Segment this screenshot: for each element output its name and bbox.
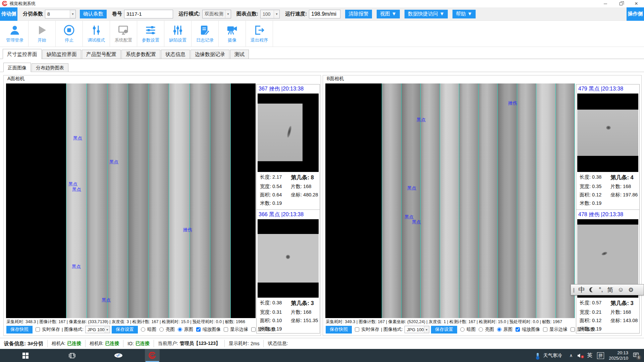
status-bar: 设备信息:3#分切 相机A:已连接 相机B:已连接 IO:已连接 当前用户:管理… (0, 338, 644, 349)
view-menu-button[interactable]: 视图 ▼ (377, 10, 400, 18)
ime-punctuation-icon[interactable]: °, (599, 286, 603, 293)
capture-button[interactable]: 摄像 (219, 21, 246, 47)
run-mode-select[interactable]: 双面检测 ▾ (202, 10, 231, 18)
zoom-image-checkbox[interactable] (516, 327, 520, 332)
clock-time: 20:13 (617, 350, 628, 355)
save-settings-button[interactable]: 保存设置 (431, 326, 457, 334)
ime-emoji-icon[interactable]: ☺ (618, 286, 624, 293)
close-button[interactable]: × (629, 0, 644, 7)
debug-mode-button[interactable]: 调试模式 (83, 21, 110, 47)
confirm-count-button[interactable]: 确认条数 (80, 10, 107, 18)
clear-alarm-button[interactable]: 清除报警 (345, 10, 372, 18)
admin-login-button[interactable]: 管理登录 (1, 21, 29, 47)
vision-app-taskbar-button[interactable] (145, 349, 160, 362)
system-config-button[interactable]: 系统配置 (110, 21, 137, 47)
ime-settings-gear-icon[interactable]: ⚙ (628, 286, 634, 294)
operator-side-button[interactable]: 操作侧 (627, 7, 644, 21)
slit-count-select[interactable]: 8 ▾ (45, 10, 76, 18)
bright-image-radio[interactable] (159, 327, 164, 332)
strip (440, 83, 459, 318)
clock[interactable]: 20:13 2025/2/10 (609, 350, 628, 361)
parameter-settings-button[interactable]: 参数设置 (137, 21, 164, 47)
defect-thumbnail (577, 94, 638, 172)
roll-number-input[interactable] (124, 10, 173, 18)
ime-simplified-icon[interactable]: 简 (607, 286, 613, 294)
play-icon (36, 24, 48, 36)
realtime-save-checkbox[interactable] (355, 327, 359, 332)
dark-image-radio[interactable] (460, 327, 465, 332)
tab-status-info[interactable]: 状态信息 (161, 50, 190, 59)
ime-language-bar[interactable]: || 中 °, 简 ☺ ⚙ (571, 284, 644, 295)
exit-program-button[interactable]: 退出程序 (246, 21, 273, 47)
stop-button[interactable]: 停止 (56, 21, 83, 47)
ime-fullwidth-moon-icon[interactable] (589, 287, 594, 292)
original-image-radio[interactable] (497, 327, 501, 332)
thermometer-icon[interactable] (537, 353, 539, 358)
defect-settings-button[interactable]: 缺陷设置 (164, 21, 192, 47)
defect-card[interactable]: 479 黑点 |20:13:38 长度: 0.38 第几条: 4 宽度: 0.3… (576, 84, 639, 208)
realtime-save-checkbox[interactable] (36, 327, 40, 332)
ribbon-label: 缺陷设置 (169, 37, 186, 43)
data-quick-access-button[interactable]: 数据快捷访问 ▼ (405, 10, 448, 18)
show-edge-checkbox[interactable] (543, 327, 547, 332)
show-edge-checkbox[interactable] (224, 327, 228, 332)
chart-points-select[interactable]: 100 ▾ (260, 10, 280, 18)
snipping-tool-button[interactable]: ✂ (111, 349, 126, 362)
strip (517, 83, 536, 318)
volume-muted-icon[interactable]: × (577, 353, 582, 358)
strip (148, 83, 169, 318)
defect-card[interactable]: 366 黑点 |20:13:38 长度: 0.38 第几条: 3 宽度: 0.3… (257, 209, 320, 334)
save-settings-button[interactable]: 保存设置 (112, 326, 138, 334)
language-indicator[interactable]: 英 (587, 352, 592, 359)
log-record-button[interactable]: 日志记录 (192, 21, 219, 47)
window-title: 视觉检测系统 (9, 1, 36, 7)
tab-front-image[interactable]: 正面图像 (3, 63, 31, 72)
original-image-label: 原图 (503, 326, 513, 333)
chevron-down-icon: ▾ (424, 326, 429, 333)
tab-edge-data-record[interactable]: 边缘数据记录 (191, 50, 229, 59)
ime-chinese-mode-icon[interactable]: 中 (578, 285, 585, 294)
hidden-icons-caret[interactable]: ∧ (570, 353, 573, 358)
tab-system-param-config[interactable]: 系统参数配置 (121, 50, 160, 59)
log-book-icon (199, 24, 211, 36)
device-info: 设备信息:3#分切 (0, 340, 48, 347)
tab-test[interactable]: 测试 (230, 50, 249, 59)
defect-card[interactable]: 478 挫伤 |20:13:38 长度: 0.57 第几条: 3 宽度: 0.2… (576, 209, 639, 334)
start-button[interactable]: 开始 (29, 21, 56, 47)
help-menu-button[interactable]: 帮助 ▼ (452, 10, 476, 18)
tab-size-monitor[interactable]: 尺寸监控界面 (3, 49, 42, 59)
minimize-button[interactable] (598, 0, 613, 7)
chevron-down-icon: ▾ (274, 10, 279, 18)
current-user: 当前用户:管理员【123-123】 (154, 340, 225, 347)
chevron-down-icon: ▾ (225, 10, 231, 18)
main-toolbar: 传动侧 分切条数 8 ▾ 确认条数 卷号 运行模式: 双面检测 ▾ 图表点数: … (0, 7, 644, 21)
run-speed-value[interactable] (309, 10, 340, 18)
show-count-checkbox[interactable] (251, 327, 256, 332)
tab-product-model-config[interactable]: 产品型号配置 (82, 50, 121, 59)
weather-text[interactable]: 天气寒冷 (543, 353, 562, 359)
save-snapshot-button[interactable]: 保存快照 (326, 326, 352, 334)
tab-defect-monitor[interactable]: 缺陷监控界面 (42, 50, 81, 59)
notification-center-button[interactable]: 6 (633, 352, 639, 359)
defect-card[interactable]: 367 挫伤 |20:13:38 长度: 2.17 第几条: 8 宽度: 0.5… (257, 84, 320, 208)
tab-distribution-trend-chart[interactable]: 分布趋势图表 (32, 63, 68, 72)
image-format-select[interactable]: JPG 100▾ (405, 326, 429, 333)
bright-image-radio[interactable] (479, 327, 483, 332)
start-button[interactable] (18, 349, 33, 362)
original-image-radio[interactable] (178, 327, 182, 332)
strip (536, 83, 555, 318)
strip (382, 83, 401, 318)
show-count-checkbox[interactable] (571, 327, 575, 332)
camera-b-panel: B面相机 挫伤 黑点 黑点 黑点 黑点 479 黑点 |20:13:38 长度: (323, 75, 642, 336)
dark-image-radio[interactable] (141, 327, 145, 332)
zoom-image-checkbox[interactable] (196, 327, 201, 332)
task-view-button[interactable] (65, 349, 79, 362)
ime-drag-handle[interactable]: || (573, 287, 574, 293)
strip (107, 83, 128, 318)
image-format-select[interactable]: JPG 100▾ (85, 326, 110, 333)
restore-button[interactable] (613, 0, 629, 7)
ime-pinyin-indicator[interactable]: 拼 (597, 352, 604, 359)
save-snapshot-button[interactable]: 保存快照 (6, 326, 33, 334)
drive-side-button[interactable]: 传动侧 (0, 7, 17, 21)
realtime-save-label: 实时保存 (361, 326, 379, 333)
